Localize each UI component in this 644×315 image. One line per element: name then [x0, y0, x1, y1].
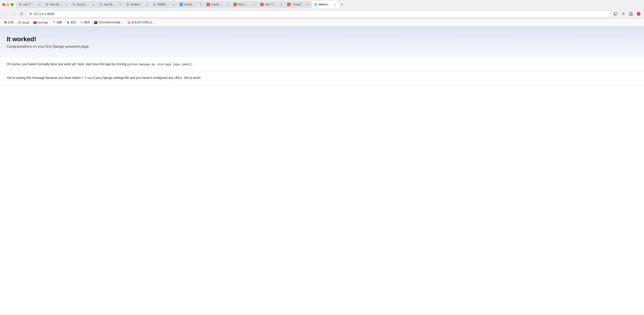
svg-rect-11: [5, 23, 6, 23]
traffic-lights: [2, 3, 14, 6]
tab-close-7[interactable]: ✕: [199, 3, 202, 6]
tab-close-3[interactable]: ✕: [92, 3, 95, 6]
tab-favicon-10: G: [260, 3, 264, 6]
bookmark-apps[interactable]: 应用: [2, 20, 15, 25]
page-hero: It worked! Congratulations on your first…: [0, 27, 644, 58]
svg-rect-7: [4, 21, 5, 22]
tab-favicon-5: 百: [126, 3, 129, 6]
bookmark-youtube[interactable]: YouTube: [32, 20, 50, 25]
bookmark-apps-label: 应用: [8, 21, 14, 25]
tab-favicon-3: 百: [72, 3, 76, 6]
cast-icon[interactable]: [613, 11, 619, 17]
jd-favicon: JD: [128, 21, 130, 24]
tab-label-10: mac 下…: [265, 3, 278, 7]
body-text-1-prefix: Of course, you haven't actually done any…: [7, 62, 127, 66]
tab-11[interactable]: G 【mac】… ✕: [285, 1, 312, 8]
back-button[interactable]: [2, 11, 8, 17]
svg-point-4: [630, 13, 632, 14]
body-text-2-prefix: You're seeing this message because you h…: [7, 76, 72, 80]
nav-right-icons: !: [613, 11, 642, 17]
tab-label-4: mac 的…: [104, 3, 117, 7]
tab-favicon-9: G: [234, 3, 237, 6]
tab-label-5: window…: [130, 3, 144, 6]
page-heading: It worked!: [7, 36, 637, 43]
bookmark-gmail[interactable]: M Gmail: [16, 20, 31, 25]
tab-7[interactable]: 知 mac安… ✕: [178, 1, 204, 8]
bookmark-gmail-label: Gmail: [22, 21, 29, 24]
tab-favicon-2: 百: [46, 3, 48, 6]
page-subheading: Congratulations on your first Django–pow…: [7, 45, 637, 49]
tab-favicon-11: G: [287, 3, 290, 6]
lock-icon: [29, 12, 32, 16]
tab-favicon-12: 🌐: [314, 3, 317, 6]
tab-close-4[interactable]: ✕: [118, 3, 122, 6]
tab-label-2: linux 改…: [50, 3, 63, 7]
chromedriver-favicon: N: [94, 21, 98, 24]
svg-point-2: [614, 15, 614, 16]
bookmark-chromedriver[interactable]: N ChromeDriver各版…: [92, 20, 125, 25]
tab-close-12[interactable]: ✕: [334, 3, 336, 6]
tab-label-1: mac下…: [23, 3, 36, 7]
bookmark-translate-label: 翻译: [84, 21, 90, 25]
tab-close-8[interactable]: ✕: [226, 3, 229, 6]
bookmark-translate[interactable]: 译 翻译: [78, 20, 92, 25]
bookmark-star-icon[interactable]: [620, 11, 626, 17]
bookmark-maps[interactable]: 📍 地图: [51, 20, 64, 25]
forward-button[interactable]: [10, 11, 16, 17]
extension-icon[interactable]: !: [636, 11, 642, 17]
tab-close-10[interactable]: ✕: [280, 3, 283, 6]
tab-close-5[interactable]: ✕: [145, 3, 148, 6]
traffic-light-close[interactable]: [2, 3, 5, 6]
bookmark-youtube-label: YouTube: [38, 21, 48, 24]
tab-3[interactable]: 百 linux怎… ✕: [70, 1, 97, 8]
tab-close-2[interactable]: ✕: [65, 3, 68, 6]
address-bar[interactable]: [26, 10, 611, 18]
tab-2[interactable]: 百 linux 改… ✕: [43, 1, 70, 8]
tab-close-6[interactable]: ✕: [172, 3, 175, 6]
profile-icon[interactable]: [628, 11, 634, 17]
tabs-bar: 百 mac下… ✕ 百 linux 改… ✕ 百 linux怎… ✕ 百 mac…: [16, 1, 642, 8]
tab-4[interactable]: 百 mac 的… ✕: [97, 1, 124, 8]
tab-8[interactable]: G mac安… ✕: [204, 1, 231, 8]
tab-5[interactable]: 百 window… ✕: [124, 1, 151, 8]
tab-10[interactable]: G mac 下… ✕: [258, 1, 285, 8]
title-bar: 百 mac下… ✕ 百 linux 改… ✕ 百 linux怎… ✕ 百 mac…: [0, 0, 644, 9]
tab-label-6: 苹果电…: [158, 3, 171, 7]
tab-1[interactable]: 百 mac下… ✕: [16, 1, 43, 8]
traffic-light-minimize[interactable]: [6, 3, 10, 6]
tab-favicon-8: G: [207, 3, 210, 6]
body-text-2-equals: =: [81, 76, 84, 80]
svg-rect-1: [614, 13, 617, 15]
youtube-favicon: [33, 21, 36, 24]
tab-favicon-1: 百: [18, 3, 22, 6]
body-code-1: python manage.py startapp [app_label].: [127, 63, 194, 66]
page-body: Of course, you haven't actually done any…: [0, 58, 644, 85]
new-tab-button[interactable]: +: [339, 1, 346, 8]
svg-rect-8: [5, 21, 6, 22]
body-text-2-suffix: in your Django settings file and you hav…: [91, 76, 201, 80]
tab-12[interactable]: 🌐 Welcon… ✕: [312, 1, 339, 8]
traffic-light-maximize[interactable]: [11, 3, 14, 6]
svg-text:!: !: [638, 13, 639, 15]
page-section-2: You're seeing this message because you h…: [0, 71, 644, 85]
url-input[interactable]: [33, 12, 608, 16]
tab-9[interactable]: G Mac上… ✕: [231, 1, 258, 8]
svg-rect-0: [30, 13, 32, 15]
apps-favicon: [4, 21, 7, 24]
bookmark-chromedriver-label: ChromeDriver各版…: [98, 21, 123, 25]
bookmark-news[interactable]: 资 资讯: [65, 20, 78, 25]
tab-label-8: mac安…: [211, 3, 224, 7]
tab-close-11[interactable]: ✕: [306, 3, 310, 6]
tab-label-9: Mac上…: [238, 3, 252, 7]
bookmark-maps-label: 地图: [57, 21, 62, 25]
page-section-1: Of course, you haven't actually done any…: [0, 58, 644, 71]
svg-rect-10: [4, 23, 5, 23]
tab-6[interactable]: 百 苹果电… ✕: [151, 1, 178, 8]
tab-label-12: Welcon…: [319, 3, 332, 6]
bookmark-jd[interactable]: JD 京东(JD.COM)-正…: [126, 20, 157, 25]
refresh-button[interactable]: [18, 11, 25, 17]
tab-label-11: 【mac】…: [292, 3, 305, 7]
bookmark-jd-label: 京东(JD.COM)-正…: [132, 21, 155, 25]
tab-close-9[interactable]: ✕: [253, 3, 256, 6]
tab-close-1[interactable]: ✕: [38, 3, 41, 6]
